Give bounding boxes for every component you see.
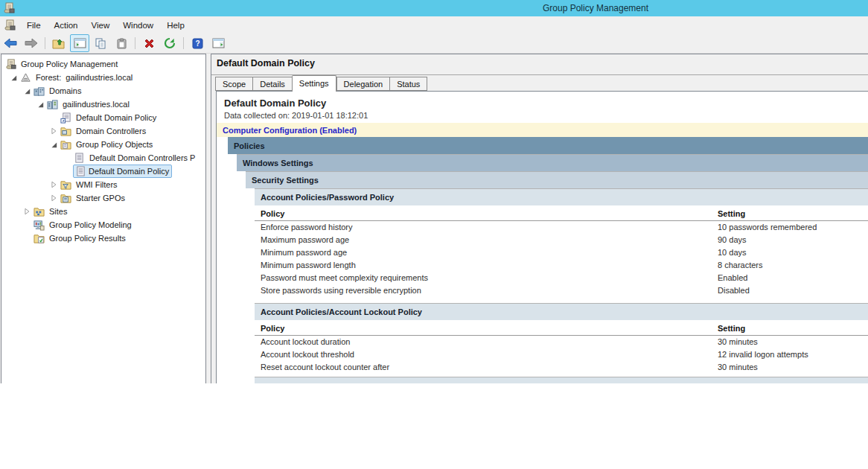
policy-cell: Minimum password length	[255, 261, 356, 269]
band-policies: Policies	[228, 137, 868, 154]
tree-item-domain-controllers[interactable]: Domain Controllers	[1, 124, 205, 138]
gpo-icon	[73, 152, 85, 164]
tree-item-group-policy-management[interactable]: Group Policy Management	[1, 57, 205, 71]
settings-report: Default Domain Policy Data collected on:…	[216, 91, 868, 383]
expander-expanded-icon[interactable]	[21, 85, 33, 97]
table-row: Reset account lockout counter after30 mi…	[255, 361, 868, 374]
setting-cell: 10 passwords remembered	[718, 221, 817, 234]
expander-collapsed-icon[interactable]	[48, 179, 60, 191]
wmi-filters-icon	[60, 179, 71, 191]
tab-delegation[interactable]: Delegation	[336, 77, 390, 91]
forward-button[interactable]	[22, 34, 41, 52]
setting-cell: Enabled	[718, 272, 747, 284]
show-action-pane-button[interactable]	[208, 34, 228, 52]
expander-expanded-icon[interactable]	[48, 138, 60, 150]
tree-item-label: Default Domain Policy	[73, 112, 159, 124]
forward-arrow-icon	[25, 38, 38, 48]
policy-cell: Password must meet complexity requiremen…	[255, 273, 428, 282]
back-arrow-icon	[4, 38, 17, 48]
setting-cell: 90 days	[718, 234, 747, 246]
tree-item-group-policy-modeling[interactable]: Group Policy Modeling	[1, 218, 205, 232]
table-header-row: Policy Setting	[255, 205, 868, 221]
tab-status[interactable]: Status	[389, 77, 427, 91]
toolbar-separator	[135, 37, 135, 49]
pane-title: Default Domain Policy	[217, 58, 315, 68]
report-title: Default Domain Policy	[224, 98, 868, 109]
tree-item-label: Domains	[46, 85, 84, 97]
menu-window[interactable]: Window	[116, 19, 160, 32]
tree-item-label: Starter GPOs	[73, 192, 128, 204]
tree-item-label: gailindustries.local	[60, 98, 133, 110]
tree-selection: Default Domain Policy	[73, 165, 172, 178]
tree-item-gailindustries-domain[interactable]: gailindustries.local	[1, 98, 205, 111]
action-pane-icon	[212, 38, 225, 48]
table-row: Minimum password age10 days	[255, 246, 868, 259]
svg-text:?: ?	[195, 39, 200, 48]
table-row: Enforce password history10 passwords rem…	[255, 221, 868, 234]
tree-item-forest[interactable]: Forest: gailindustries.local	[1, 71, 205, 84]
tree-item-starter-gpos[interactable]: Starter GPOs	[1, 191, 205, 205]
expander-collapsed-icon[interactable]	[21, 205, 33, 217]
tree-item-domains[interactable]: Domains	[1, 84, 205, 98]
expander-expanded-icon[interactable]	[34, 98, 46, 110]
results-icon	[33, 232, 45, 244]
tab-scope[interactable]: Scope	[215, 77, 252, 91]
setting-cell: 12 invalid logon attempts	[718, 348, 808, 361]
policy-cell: Maximum password age	[255, 235, 349, 244]
toolbar-separator	[45, 37, 45, 49]
menu-view[interactable]: View	[85, 19, 117, 32]
password-policy-table: Policy Setting Enforce password history1…	[255, 205, 868, 297]
policy-cell: Store passwords using reversible encrypt…	[255, 286, 421, 295]
table-row: Account lockout duration30 minutes	[255, 336, 868, 348]
expander-collapsed-icon[interactable]	[48, 125, 60, 137]
tree-item-default-domain-policy-selected[interactable]: Default Domain Policy	[1, 165, 205, 178]
tree-item-default-domain-controllers-policy[interactable]: Default Domain Controllers P	[1, 151, 205, 165]
computer-configuration-link[interactable]: Computer Configuration (Enabled)	[223, 126, 357, 135]
table-row: Account lockout threshold12 invalid logo…	[255, 348, 868, 361]
up-one-level-button[interactable]	[49, 34, 68, 52]
help-icon: ?	[192, 38, 203, 49]
tab-settings[interactable]: Settings	[292, 75, 336, 92]
account-lockout-policy-table: Policy Setting Account lockout duration3…	[255, 320, 868, 374]
setting-column-header: Setting	[718, 320, 745, 336]
policy-column-header: Policy	[255, 209, 284, 218]
modeling-icon	[33, 219, 45, 231]
band-security-settings: Security Settings	[246, 171, 868, 188]
help-button[interactable]: ?	[188, 34, 207, 52]
copy-button[interactable]	[91, 34, 110, 52]
forest-icon	[19, 71, 31, 83]
gpo-icon	[74, 165, 86, 177]
menu-help[interactable]: Help	[160, 19, 191, 32]
table-row: Minimum password length8 characters	[255, 259, 868, 272]
ou-folder-icon	[60, 125, 71, 137]
tree-item-label: Default Domain Controllers P	[86, 152, 198, 164]
tree-item-default-domain-policy-link[interactable]: Default Domain Policy	[1, 111, 205, 124]
table-header-row: Policy Setting	[255, 320, 868, 336]
setting-cell: 8 characters	[718, 259, 763, 272]
paste-button[interactable]	[112, 34, 131, 52]
tree-item-wmi-filters[interactable]: WMI Filters	[1, 178, 205, 191]
delete-button[interactable]	[139, 34, 159, 52]
console-tree-pane: Group Policy Management Forest: gailindu…	[1, 54, 206, 383]
tree-item-group-policy-results[interactable]: Group Policy Results	[1, 232, 205, 245]
tree-item-label: Forest: gailindustries.local	[33, 71, 135, 83]
console-root-icon	[4, 58, 16, 70]
menu-file[interactable]: File	[20, 19, 48, 32]
tree-item-label: Sites	[46, 205, 70, 217]
tree-item-label: WMI Filters	[73, 179, 121, 191]
band-password-policy: Account Policies/Password Policy	[255, 188, 868, 205]
show-console-tree-button[interactable]	[70, 34, 89, 52]
tree-item-sites[interactable]: Sites	[1, 205, 205, 218]
menu-action[interactable]: Action	[48, 19, 85, 32]
gpo-link-icon	[60, 112, 71, 124]
tab-details[interactable]: Details	[252, 77, 292, 91]
expander-expanded-icon[interactable]	[7, 71, 19, 83]
paste-icon	[116, 38, 127, 49]
tree-item-group-policy-objects[interactable]: Group Policy Objects	[1, 138, 205, 151]
refresh-button[interactable]	[160, 34, 179, 52]
tree-item-label: Group Policy Results	[46, 232, 129, 244]
table-row: Maximum password age90 days	[255, 234, 868, 246]
expander-collapsed-icon[interactable]	[48, 192, 60, 204]
delete-icon	[144, 38, 155, 49]
back-button[interactable]	[1, 34, 20, 52]
